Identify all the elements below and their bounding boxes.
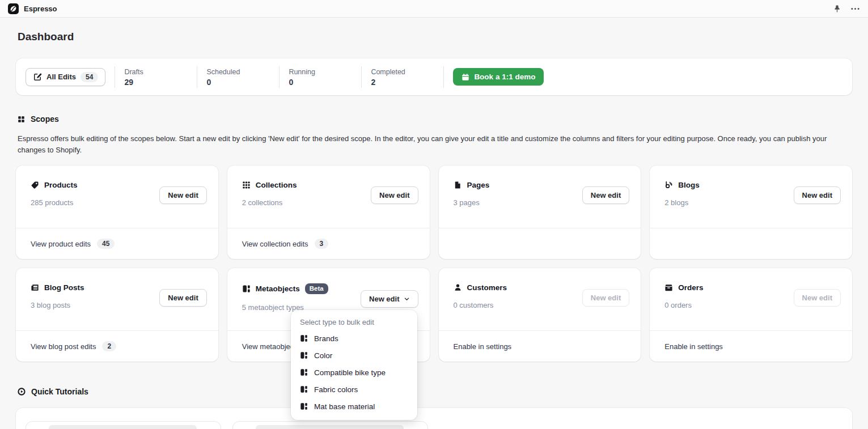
card-title: Blogs bbox=[678, 181, 700, 189]
card-pages: Pages 3 pages New edit bbox=[439, 165, 641, 259]
tutorial-thumbnail bbox=[256, 425, 404, 429]
dropdown-item-compatible-bike-type[interactable]: Compatible bike type bbox=[291, 364, 417, 381]
enable-in-settings-link[interactable]: Enable in settings bbox=[664, 342, 723, 351]
card-title: Orders bbox=[678, 283, 703, 292]
tutorial-item-2[interactable] bbox=[232, 421, 428, 429]
metric-scheduled: Scheduled 0 bbox=[206, 66, 270, 87]
chevron-down-icon bbox=[404, 296, 410, 302]
card-title: Blog Posts bbox=[44, 283, 84, 292]
metaobject-type-dropdown: Select type to bulk edit Brands Color Co… bbox=[291, 310, 417, 420]
divider bbox=[361, 66, 362, 88]
view-blog-post-edits-link[interactable]: View blog post edits bbox=[31, 342, 96, 351]
person-icon bbox=[454, 283, 462, 292]
footer-count-badge: 45 bbox=[97, 239, 115, 249]
dropdown-item-color[interactable]: Color bbox=[291, 347, 417, 364]
topbar: Espresso bbox=[0, 0, 868, 18]
new-edit-button-customers: New edit bbox=[582, 289, 629, 307]
all-edits-label: All Edits bbox=[46, 73, 76, 81]
view-collection-edits-link[interactable]: View collection edits bbox=[242, 240, 308, 248]
divider bbox=[197, 66, 197, 88]
new-edit-button-products[interactable]: New edit bbox=[159, 186, 206, 204]
divider bbox=[279, 66, 280, 88]
page-icon bbox=[454, 181, 462, 189]
dropdown-item-fabric-colors[interactable]: Fabric colors bbox=[291, 381, 417, 398]
dropdown-item-mat-base-material[interactable]: Mat base material bbox=[291, 398, 417, 415]
page-header: Dashboard bbox=[0, 18, 868, 43]
metaobject-icon bbox=[300, 351, 308, 359]
blog-icon bbox=[664, 181, 673, 189]
metric-drafts: Drafts 29 bbox=[124, 66, 188, 87]
divider bbox=[115, 66, 115, 88]
tutorials-section-title: Quick Tutorials bbox=[31, 387, 88, 396]
scopes-section-title: Scopes bbox=[31, 114, 59, 124]
card-products: Products 285 products New edit View prod… bbox=[16, 165, 218, 259]
newspaper-icon bbox=[31, 283, 39, 292]
card-title: Customers bbox=[467, 283, 507, 292]
beta-badge: Beta bbox=[305, 283, 328, 294]
tutorials-section-header: Quick Tutorials bbox=[18, 387, 850, 396]
metaobject-icon bbox=[300, 334, 308, 342]
book-demo-button[interactable]: Book a 1:1 demo bbox=[453, 68, 544, 86]
overflow-menu-icon[interactable] bbox=[850, 5, 860, 13]
new-edit-button-blogs[interactable]: New edit bbox=[794, 186, 841, 204]
card-title: Metaobjects bbox=[256, 284, 300, 293]
stats-bar: All Edits 54 Drafts 29 Scheduled 0 Runni… bbox=[16, 58, 852, 95]
espresso-logo-icon bbox=[8, 3, 19, 14]
card-orders: Orders 0 orders New edit Enable in setti… bbox=[650, 268, 852, 362]
collection-grid-icon bbox=[242, 181, 251, 189]
pin-icon[interactable] bbox=[833, 5, 841, 13]
metaobject-icon bbox=[300, 368, 308, 376]
archive-icon bbox=[664, 283, 673, 292]
divider bbox=[443, 66, 444, 88]
card-blogs: Blogs 2 blogs New edit bbox=[650, 165, 852, 259]
calendar-icon bbox=[461, 73, 469, 81]
new-edit-button-orders: New edit bbox=[794, 289, 841, 307]
card-title: Products bbox=[44, 181, 78, 189]
dropdown-item-brands[interactable]: Brands bbox=[291, 330, 417, 347]
footer-count-badge: 2 bbox=[102, 341, 116, 351]
metric-completed: Completed 2 bbox=[371, 66, 434, 87]
card-blog-posts: Blog Posts 3 blog posts New edit View bl… bbox=[16, 268, 218, 362]
new-edit-button-collections[interactable]: New edit bbox=[371, 186, 418, 204]
page-title: Dashboard bbox=[18, 31, 850, 43]
all-edits-button[interactable]: All Edits 54 bbox=[26, 68, 105, 86]
footer-count-badge: 3 bbox=[315, 239, 329, 249]
card-collections: Collections 2 collections New edit View … bbox=[227, 165, 430, 259]
play-circle-icon bbox=[18, 388, 26, 396]
new-edit-button-blog-posts[interactable]: New edit bbox=[159, 289, 206, 307]
card-title: Collections bbox=[256, 181, 297, 189]
all-edits-count-badge: 54 bbox=[81, 72, 98, 82]
view-product-edits-link[interactable]: View product edits bbox=[31, 240, 91, 248]
book-demo-label: Book a 1:1 demo bbox=[474, 73, 535, 81]
metaobject-icon bbox=[300, 385, 308, 393]
scopes-description: Espresso offers bulk editing of the scop… bbox=[18, 133, 840, 155]
enable-in-settings-link[interactable]: Enable in settings bbox=[454, 342, 512, 351]
new-edit-button-metaobjects[interactable]: New edit bbox=[361, 290, 418, 308]
tag-icon bbox=[31, 181, 39, 189]
scopes-cards-grid: Products 285 products New edit View prod… bbox=[16, 165, 852, 362]
new-edit-button-pages[interactable]: New edit bbox=[582, 186, 629, 204]
metaobject-icon bbox=[300, 402, 308, 410]
edit-icon bbox=[33, 73, 42, 82]
tutorial-item-1[interactable] bbox=[26, 421, 221, 429]
metaobject-icon bbox=[242, 284, 251, 293]
grid-icon bbox=[18, 116, 25, 123]
card-customers: Customers 0 customers New edit Enable in… bbox=[439, 268, 641, 362]
app-name: Espresso bbox=[24, 5, 57, 13]
scopes-section-header: Scopes bbox=[18, 114, 850, 124]
dropdown-header: Select type to bulk edit bbox=[291, 314, 417, 330]
metric-running: Running 0 bbox=[289, 66, 352, 87]
tutorial-thumbnail bbox=[49, 425, 197, 429]
tutorials-card bbox=[16, 408, 852, 429]
card-title: Pages bbox=[467, 181, 490, 189]
